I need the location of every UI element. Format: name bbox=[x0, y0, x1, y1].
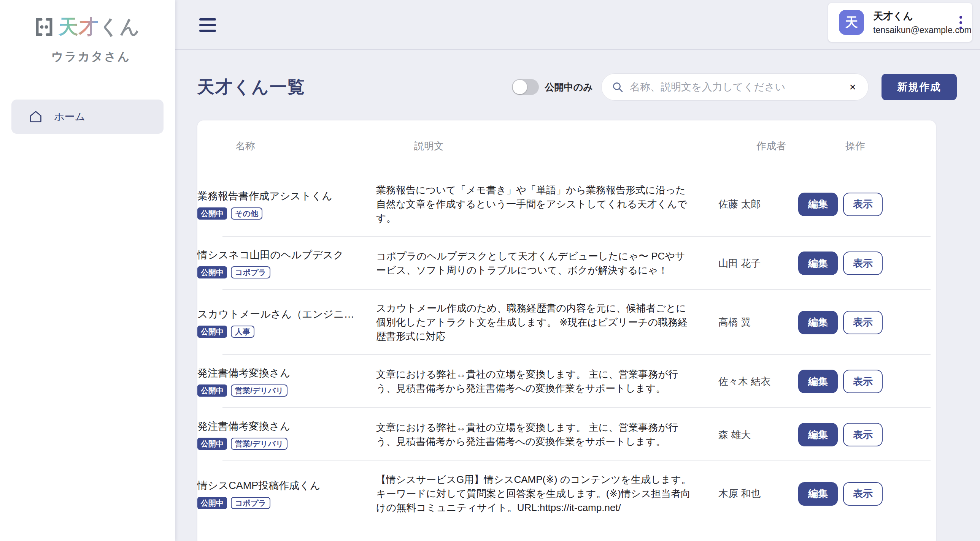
badges: 公開中 営業/デリバリ bbox=[197, 438, 361, 450]
actions-cell: 編集 表示 bbox=[798, 252, 887, 275]
status-badge: 公開中 bbox=[197, 208, 227, 220]
description-text: 業務報告について「メモ書き」や「単語」から業務報告形式に沿った自然な文章を作成す… bbox=[376, 183, 718, 225]
category-badge: コポプラ bbox=[231, 267, 270, 278]
badges: 公開中 コポプラ bbox=[197, 267, 361, 278]
publish-only-toggle[interactable] bbox=[512, 79, 539, 95]
sidebar-item-label: ホーム bbox=[54, 110, 85, 124]
logo-text: 天才くん bbox=[59, 14, 140, 40]
description-text: 文章における弊社↔貴社の立場を変換します。 主に、営業事務が行う、見積書備考から… bbox=[376, 420, 718, 449]
column-header-description: 説明文 bbox=[414, 140, 756, 153]
description-text: 文章における弊社↔貴社の立場を変換します。 主に、営業事務が行う、見積書備考から… bbox=[376, 367, 718, 395]
actions-cell: 編集 表示 bbox=[798, 423, 887, 446]
hamburger-menu-icon[interactable] bbox=[199, 17, 216, 33]
genius-name: 発注書備考変換さん bbox=[197, 419, 357, 433]
description-text: スカウトメール作成のため、職務経歴書の内容を元に、候補者ごとに個別化したアトラク… bbox=[376, 301, 718, 343]
edit-button[interactable]: 編集 bbox=[798, 311, 838, 334]
category-badge: コポプラ bbox=[231, 497, 270, 509]
toggle-knob bbox=[512, 80, 527, 94]
genius-name: 情シスCAMP投稿作成くん bbox=[197, 479, 357, 492]
main-area: 天 天才くん tensaikun@example.com 天才くん一覧 公開中の… bbox=[175, 0, 980, 541]
badges: 公開中 コポプラ bbox=[197, 497, 361, 509]
name-cell: スカウトメールさん（エンジニ… 公開中 人事 bbox=[197, 307, 376, 338]
name-cell: 情シスCAMP投稿作成くん 公開中 コポプラ bbox=[197, 479, 376, 509]
column-header-author: 作成者 bbox=[756, 140, 836, 153]
view-button[interactable]: 表示 bbox=[843, 482, 883, 506]
genius-name: 発注書備考変換さん bbox=[197, 366, 357, 380]
description-text: コポプラのヘルプデスクとして天才くんデビューしたにゃ〜 PCやサービス、ソフト周… bbox=[376, 249, 718, 277]
create-new-button[interactable]: 新規作成 bbox=[881, 74, 957, 100]
status-badge: 公開中 bbox=[197, 497, 227, 509]
publish-filter: 公開中のみ bbox=[512, 79, 593, 95]
home-icon bbox=[29, 110, 43, 124]
author-name: 高橋 翼 bbox=[718, 316, 798, 329]
logo-subtitle: ウラカタさん bbox=[51, 49, 175, 65]
badges: 公開中 人事 bbox=[197, 325, 361, 338]
user-name: 天才くん bbox=[873, 10, 956, 23]
table-row: 業務報告書作成アシストくん 公開中 その他 業務報告について「メモ書き」や「単語… bbox=[197, 172, 936, 237]
avatar: 天 bbox=[839, 10, 864, 35]
genius-name: 情シスネコ山田のヘルプデスク bbox=[197, 248, 357, 262]
status-badge: 公開中 bbox=[197, 384, 227, 397]
category-badge: その他 bbox=[231, 208, 262, 220]
actions-cell: 編集 表示 bbox=[798, 311, 887, 334]
user-meta: 天才くん tensaikun@example.com bbox=[873, 10, 956, 35]
view-button[interactable]: 表示 bbox=[843, 370, 883, 393]
table-row: 情シスCAMP投稿作成くん 公開中 コポプラ 【情シスサービスG用】情シスCAM… bbox=[197, 461, 936, 526]
column-header-actions: 操作 bbox=[836, 140, 925, 153]
page-title: 天才くん一覧 bbox=[197, 76, 305, 98]
search-box: × bbox=[601, 73, 869, 101]
sidebar-item-home[interactable]: ホーム bbox=[11, 100, 164, 134]
view-button[interactable]: 表示 bbox=[843, 193, 883, 216]
publish-only-label: 公開中のみ bbox=[545, 81, 593, 94]
list-card: 名称 説明文 作成者 操作 業務報告書作成アシストくん 公開中 その他 業務報告… bbox=[197, 121, 936, 541]
status-badge: 公開中 bbox=[197, 325, 227, 338]
user-card[interactable]: 天 天才くん tensaikun@example.com bbox=[828, 3, 972, 42]
table-body: 業務報告書作成アシストくん 公開中 その他 業務報告について「メモ書き」や「単語… bbox=[197, 172, 936, 526]
category-badge: 営業/デリバリ bbox=[231, 438, 288, 450]
page-header: 天才くん一覧 公開中のみ × 新規作成 bbox=[197, 73, 957, 101]
table-row: 発注書備考変換さん 公開中 営業/デリバリ 文章における弊社↔貴社の立場を変換し… bbox=[197, 408, 936, 461]
author-name: 佐藤 太郎 bbox=[718, 198, 798, 211]
actions-cell: 編集 表示 bbox=[798, 482, 887, 506]
column-header-name: 名称 bbox=[235, 140, 414, 153]
description-text: 【情シスサービスG用】情シスCAMP(※) のコンテンツを生成します。キーワード… bbox=[376, 473, 718, 515]
category-badge: 営業/デリバリ bbox=[231, 384, 288, 397]
category-badge: 人事 bbox=[231, 325, 255, 338]
status-badge: 公開中 bbox=[197, 438, 227, 450]
topbar: 天 天才くん tensaikun@example.com bbox=[175, 0, 980, 50]
table-row: スカウトメールさん（エンジニ… 公開中 人事 スカウトメール作成のため、職務経歴… bbox=[197, 290, 936, 355]
edit-button[interactable]: 編集 bbox=[798, 423, 838, 446]
sidebar-nav: ホーム bbox=[0, 100, 175, 134]
name-cell: 発注書備考変換さん 公開中 営業/デリバリ bbox=[197, 366, 376, 397]
table-row: 情シスネコ山田のヘルプデスク 公開中 コポプラ コポプラのヘルプデスクとして天才… bbox=[197, 237, 936, 290]
name-cell: 発注書備考変換さん 公開中 営業/デリバリ bbox=[197, 419, 376, 450]
table-row: 発注書備考変換さん 公開中 営業/デリバリ 文章における弊社↔貴社の立場を変換し… bbox=[197, 355, 936, 408]
app-logo[interactable]: 天才くん bbox=[33, 14, 175, 40]
braces-dots-icon bbox=[33, 16, 55, 38]
search-icon bbox=[611, 81, 624, 93]
view-button[interactable]: 表示 bbox=[843, 311, 883, 334]
genius-name: スカウトメールさん（エンジニ… bbox=[197, 307, 357, 321]
search-clear-icon[interactable]: × bbox=[848, 80, 858, 94]
kebab-menu-icon[interactable] bbox=[956, 13, 965, 32]
table-header-row: 名称 説明文 作成者 操作 bbox=[197, 121, 936, 172]
edit-button[interactable]: 編集 bbox=[798, 193, 838, 216]
author-name: 木原 和也 bbox=[718, 487, 798, 500]
actions-cell: 編集 表示 bbox=[798, 193, 887, 216]
genius-name: 業務報告書作成アシストくん bbox=[197, 189, 357, 203]
sidebar: 天才くん ウラカタさん ホーム bbox=[0, 0, 175, 541]
author-name: 佐々木 結衣 bbox=[718, 375, 798, 388]
badges: 公開中 その他 bbox=[197, 208, 361, 220]
badges: 公開中 営業/デリバリ bbox=[197, 384, 361, 397]
author-name: 山田 花子 bbox=[718, 257, 798, 270]
search-input[interactable] bbox=[630, 81, 848, 93]
user-email: tensaikun@example.com bbox=[873, 25, 956, 35]
edit-button[interactable]: 編集 bbox=[798, 370, 838, 393]
edit-button[interactable]: 編集 bbox=[798, 252, 838, 275]
edit-button[interactable]: 編集 bbox=[798, 482, 838, 506]
status-badge: 公開中 bbox=[197, 267, 227, 278]
view-button[interactable]: 表示 bbox=[843, 423, 883, 446]
view-button[interactable]: 表示 bbox=[843, 252, 883, 275]
name-cell: 情シスネコ山田のヘルプデスク 公開中 コポプラ bbox=[197, 248, 376, 278]
author-name: 森 雄大 bbox=[718, 428, 798, 441]
